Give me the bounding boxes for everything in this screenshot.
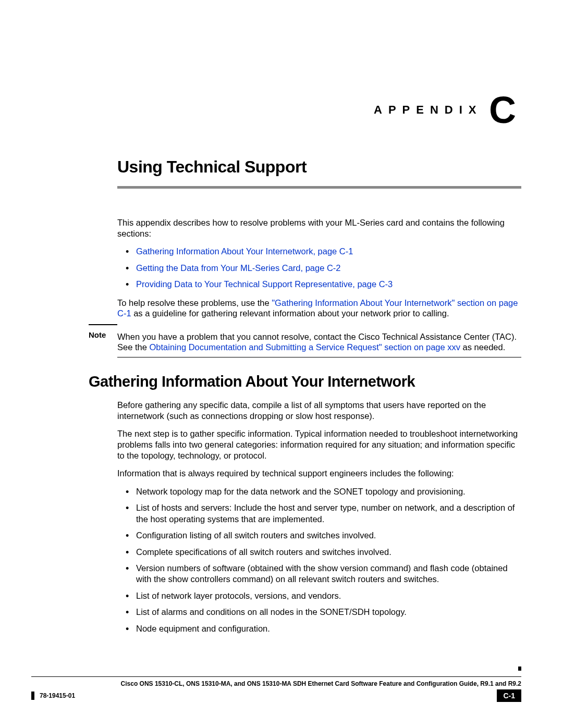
note-block: Note When you have a problem that you ca…: [117, 328, 521, 357]
text-span: as a guideline for gathering relevant in…: [131, 309, 449, 318]
xref-link[interactable]: Obtaining Documentation and Submitting a…: [149, 342, 460, 352]
appendix-letter: C: [489, 89, 516, 131]
list-item: Network topology map for the data networ…: [117, 486, 521, 497]
intro-link-list: Gathering Information About Your Interne…: [117, 246, 521, 290]
footer-title: Cisco ONS 15310-CL, ONS 15310-MA, and ON…: [121, 680, 521, 687]
list-item: Node equipment and configuration.: [117, 623, 521, 634]
help-paragraph: To help resolve these problems, use the …: [117, 298, 521, 319]
list-item: Version numbers of software (obtained wi…: [117, 563, 521, 585]
section-title: Gathering Information About Your Interne…: [89, 373, 521, 390]
xref-link[interactable]: Getting the Data from Your ML-Series Car…: [136, 263, 341, 273]
list-item: List of alarms and conditions on all nod…: [117, 607, 521, 618]
section-p3: Information that is always required by t…: [117, 468, 521, 479]
note-wrapper: Note When you have a problem that you ca…: [117, 328, 521, 357]
footer-tick-icon: [518, 667, 521, 671]
list-item: Getting the Data from Your ML-Series Car…: [117, 263, 521, 274]
footer-title-bar: Cisco ONS 15310-CL, ONS 15310-MA, and ON…: [31, 676, 521, 687]
note-text: When you have a problem that you cannot …: [117, 331, 521, 353]
section-body: Before gathering any specific data, comp…: [117, 400, 521, 634]
intro-block: This appendix describes how to resolve p…: [117, 217, 521, 319]
page-number: C-1: [497, 689, 521, 702]
list-item: Configuration listing of all switch rout…: [117, 530, 521, 541]
text-span: as needed.: [460, 342, 505, 352]
list-item: List of hosts and servers: Include the h…: [117, 502, 521, 525]
list-item: Complete specifications of all switch ro…: [117, 547, 521, 558]
appendix-header: APPENDIX C: [31, 89, 521, 131]
list-item: List of network layer protocols, version…: [117, 590, 521, 601]
section-p1: Before gathering any specific data, comp…: [117, 400, 521, 421]
footer-tick-icon: [31, 692, 34, 700]
xref-link[interactable]: Gathering Information About Your Interne…: [136, 246, 353, 256]
note-label: Note: [89, 330, 106, 339]
section-p2: The next step is to gather specific info…: [117, 428, 521, 461]
info-bullet-list: Network topology map for the data networ…: [117, 486, 521, 634]
intro-paragraph: This appendix describes how to resolve p…: [117, 217, 521, 239]
xref-link[interactable]: Providing Data to Your Technical Support…: [136, 279, 393, 289]
footer-bottom-bar: 78-19415-01 C-1: [31, 689, 521, 702]
doc-id: 78-19415-01: [40, 692, 75, 699]
chapter-title: Using Technical Support: [117, 157, 521, 189]
text-span: To help resolve these problems, use the: [117, 298, 272, 307]
document-page: APPENDIX C Using Technical Support This …: [0, 0, 563, 728]
note-label-wrap: Note: [89, 324, 117, 340]
appendix-label: APPENDIX: [374, 103, 482, 116]
list-item: Providing Data to Your Technical Support…: [117, 279, 521, 290]
list-item: Gathering Information About Your Interne…: [117, 246, 521, 257]
